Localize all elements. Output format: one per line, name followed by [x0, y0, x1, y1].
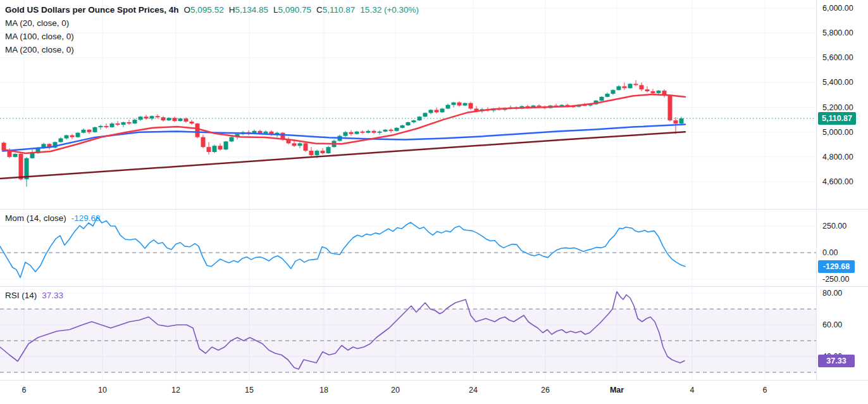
rsi-legend[interactable]: RSI (14)37.33 [5, 291, 63, 300]
rsi-band [0, 309, 816, 372]
time-axis-label[interactable]: 6 [751, 386, 779, 395]
open-value: 5,095.52 [190, 5, 224, 15]
price-axis-border [816, 0, 817, 380]
price-axis-label: 80.00 [822, 288, 842, 298]
time-axis-label[interactable]: 20 [381, 386, 409, 395]
ma20-legend[interactable]: MA (20, close, 0) [5, 16, 419, 30]
ma100-legend[interactable]: MA (100, close, 0) [5, 30, 419, 43]
rsi-label: RSI (14) [5, 291, 37, 300]
price-axis-label: 4,800.00 [822, 152, 853, 162]
close-value: 5,110.87 [323, 5, 356, 15]
horizontal-gridlines [0, 8, 816, 357]
rsi-value: 37.33 [42, 291, 63, 300]
change-value: 15.32 (+0.30%) [360, 5, 419, 15]
last-price-badge: 5,110.87 [818, 112, 856, 125]
time-axis-label[interactable]: 10 [89, 386, 116, 395]
low-value: 5,090.75 [278, 5, 311, 15]
price-axis-label: 4,600.00 [822, 177, 853, 187]
momentum-legend[interactable]: Mom (14, close)-129.68 [5, 213, 101, 223]
pane-separator[interactable] [0, 209, 868, 210]
time-axis-label[interactable]: 4 [678, 386, 706, 395]
pane-separator[interactable] [0, 286, 868, 287]
price-axis-label: 5,400.00 [822, 77, 853, 87]
high-label: H [229, 5, 235, 15]
ma200-legend[interactable]: MA (200, close, 0) [5, 43, 419, 56]
price-axis-label: -250.00 [822, 274, 849, 284]
price-axis-label: 5,200.00 [822, 103, 853, 113]
time-axis-label[interactable]: 24 [459, 386, 487, 395]
time-axis-label[interactable]: 6 [10, 386, 38, 395]
close-label: C [316, 5, 323, 15]
symbol-title: Gold US Dollars per Ounce Spot Prices, 4… [5, 5, 179, 15]
price-axis-label: 0.00 [822, 248, 838, 258]
price-axis-label: 5,000.00 [822, 127, 853, 137]
momentum-label: Mom (14, close) [5, 213, 66, 223]
trading-chart-window: Gold US Dollars per Ounce Spot Prices, 4… [0, 0, 868, 404]
time-axis-label[interactable]: 26 [531, 386, 559, 395]
legend-title-row[interactable]: Gold US Dollars per Ounce Spot Prices, 4… [5, 3, 419, 16]
open-label: O [184, 5, 191, 15]
main-legend: Gold US Dollars per Ounce Spot Prices, 4… [5, 3, 419, 56]
candles-layer [2, 80, 684, 187]
time-axis-label[interactable]: 15 [235, 386, 263, 395]
price-axis-label: 5,800.00 [822, 28, 853, 38]
chart-canvas[interactable] [0, 0, 868, 404]
time-axis-border [0, 380, 868, 381]
high-value: 5,134.85 [235, 5, 268, 15]
price-axis-label: 250.00 [822, 221, 846, 231]
time-axis-label[interactable]: 12 [162, 386, 190, 395]
price-axis-label: 6,000.00 [822, 3, 853, 13]
time-axis-label[interactable]: 18 [310, 386, 338, 395]
ma20-line [3, 94, 685, 153]
price-axis-label: 5,600.00 [822, 53, 853, 63]
time-axis-label[interactable]: Mar [603, 386, 631, 395]
rsi-value-badge: 37.33 [818, 355, 855, 367]
momentum-value-badge: -129.68 [818, 260, 855, 273]
momentum-value: -129.68 [71, 213, 101, 223]
price-axis-label: 60.00 [822, 320, 842, 330]
